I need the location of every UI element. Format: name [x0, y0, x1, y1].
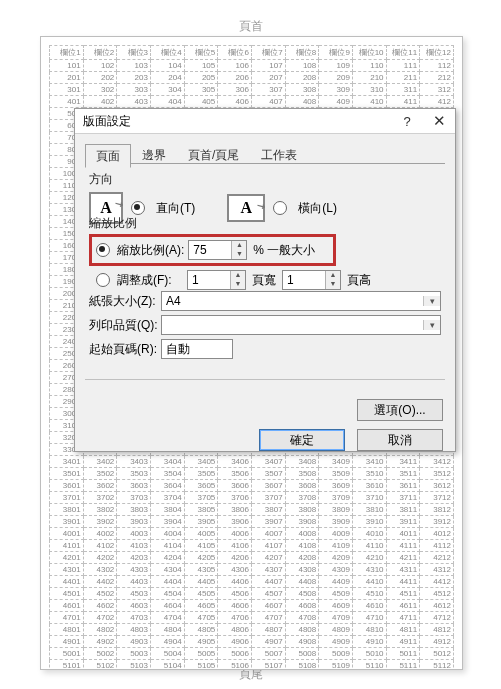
orientation-landscape-label: 橫向(L) — [298, 200, 337, 217]
tab-strip: 頁面 邊界 頁首/頁尾 工作表 — [85, 143, 445, 164]
cell: 4108 — [285, 540, 319, 552]
table-row: 3801380238033804380538063807380838093810… — [50, 504, 454, 516]
zoom-up-icon[interactable]: ▲ — [232, 241, 246, 250]
scaling-zoom-radio[interactable] — [96, 243, 110, 257]
cell: 5010 — [352, 648, 386, 660]
cell: 4107 — [251, 540, 285, 552]
print-quality-combo[interactable]: ▾ — [161, 315, 441, 335]
cell: 4605 — [184, 600, 218, 612]
cell: 4510 — [352, 588, 386, 600]
cell: 4304 — [150, 564, 184, 576]
tall-up-icon[interactable]: ▲ — [326, 271, 340, 280]
cell: 4006 — [218, 528, 252, 540]
column-header: 欄位11 — [386, 46, 420, 60]
cell: 309 — [319, 84, 353, 96]
cell: 5005 — [184, 648, 218, 660]
cell: 4312 — [420, 564, 454, 576]
cell: 3503 — [117, 468, 151, 480]
cell: 4407 — [251, 576, 285, 588]
cell: 4707 — [251, 612, 285, 624]
cell: 4704 — [150, 612, 184, 624]
orientation-portrait-label: 直向(T) — [156, 200, 195, 217]
tab-margins[interactable]: 邊界 — [131, 143, 177, 166]
cell: 304 — [150, 84, 184, 96]
orientation-portrait-radio[interactable] — [131, 201, 145, 215]
cell: 4511 — [386, 588, 420, 600]
cell: 3707 — [251, 492, 285, 504]
cell: 4406 — [218, 576, 252, 588]
cell: 4110 — [352, 540, 386, 552]
cell: 4311 — [386, 564, 420, 576]
cell: 3405 — [184, 456, 218, 468]
cell: 107 — [251, 60, 285, 72]
orientation-landscape-radio[interactable] — [273, 201, 287, 215]
cell: 3505 — [184, 468, 218, 480]
cell: 4712 — [420, 612, 454, 624]
cell: 3902 — [83, 516, 117, 528]
cell: 5006 — [218, 648, 252, 660]
cell: 4306 — [218, 564, 252, 576]
cell: 4205 — [184, 552, 218, 564]
scaling-zoom-input[interactable] — [189, 241, 231, 259]
cell: 4106 — [218, 540, 252, 552]
column-header: 欄位1 — [50, 46, 84, 60]
options-button[interactable]: 選項(O)... — [357, 399, 443, 421]
cell: 4711 — [386, 612, 420, 624]
scaling-fit-radio[interactable] — [96, 273, 110, 287]
cell: 4806 — [218, 624, 252, 636]
cell: 4701 — [50, 612, 84, 624]
cell: 3701 — [50, 492, 84, 504]
cell: 305 — [184, 84, 218, 96]
paper-size-value: A4 — [162, 294, 423, 308]
cell: 4305 — [184, 564, 218, 576]
cell: 5107 — [251, 660, 285, 671]
cell: 3808 — [285, 504, 319, 516]
cell: 3904 — [150, 516, 184, 528]
chevron-down-icon[interactable]: ▾ — [423, 320, 440, 330]
cell: 3812 — [420, 504, 454, 516]
scaling-zoom-spinner[interactable]: ▲▼ — [188, 240, 247, 260]
cell: 4504 — [150, 588, 184, 600]
cell: 4705 — [184, 612, 218, 624]
cell: 308 — [285, 84, 319, 96]
cell: 4112 — [420, 540, 454, 552]
cell: 3702 — [83, 492, 117, 504]
cell: 4901 — [50, 636, 84, 648]
ok-button[interactable]: 確定 — [259, 429, 345, 451]
help-button[interactable]: ? — [391, 109, 423, 133]
cell: 5002 — [83, 648, 117, 660]
first-page-input[interactable]: 自動 — [161, 339, 233, 359]
cancel-button[interactable]: 取消 — [357, 429, 443, 451]
chevron-down-icon[interactable]: ▾ — [423, 296, 440, 306]
tab-sheet[interactable]: 工作表 — [250, 143, 308, 166]
cell: 3506 — [218, 468, 252, 480]
cell: 4606 — [218, 600, 252, 612]
tab-headerfooter[interactable]: 頁首/頁尾 — [177, 143, 250, 166]
cell: 3907 — [251, 516, 285, 528]
table-row: 4001400240034004400540064007400840094010… — [50, 528, 454, 540]
cell: 106 — [218, 60, 252, 72]
cell: 3411 — [386, 456, 420, 468]
cell: 4212 — [420, 552, 454, 564]
cell: 4111 — [386, 540, 420, 552]
cell: 4512 — [420, 588, 454, 600]
table-row: 3901390239033904390539063907390839093910… — [50, 516, 454, 528]
wide-up-icon[interactable]: ▲ — [231, 271, 245, 280]
cell: 204 — [150, 72, 184, 84]
zoom-down-icon[interactable]: ▼ — [232, 250, 246, 259]
cell: 4204 — [150, 552, 184, 564]
cell: 202 — [83, 72, 117, 84]
cell: 3402 — [83, 456, 117, 468]
cell: 4209 — [319, 552, 353, 564]
cell: 4706 — [218, 612, 252, 624]
cell: 3508 — [285, 468, 319, 480]
table-row: 5001500250035004500550065007500850095010… — [50, 648, 454, 660]
cell: 312 — [420, 84, 454, 96]
cell: 5106 — [218, 660, 252, 671]
close-button[interactable]: ✕ — [423, 109, 455, 133]
column-header: 欄位10 — [352, 46, 386, 60]
tab-page[interactable]: 頁面 — [85, 144, 131, 168]
table-row: 3701370237033704370537063707370837093710… — [50, 492, 454, 504]
cell: 3911 — [386, 516, 420, 528]
paper-size-combo[interactable]: A4 ▾ — [161, 291, 441, 311]
